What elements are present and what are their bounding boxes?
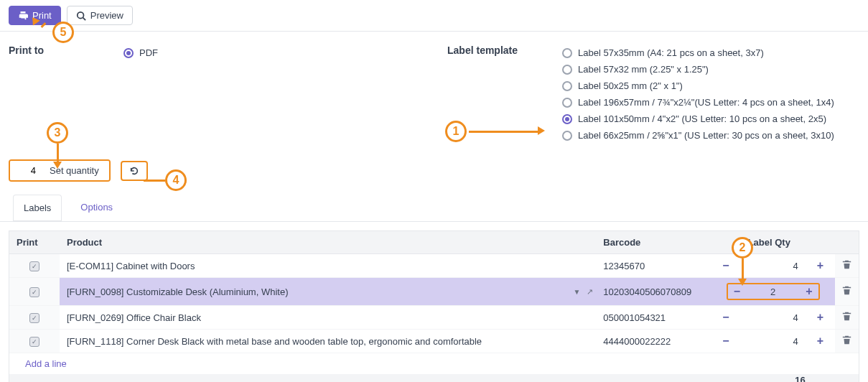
label-template-text: Label 66x25mm / 2⅝"x1" (US Letter: 30 pc… — [578, 130, 834, 141]
trash-icon[interactable] — [842, 261, 851, 271]
label-template-text: Label 57x32 mm (2.25" x 1.25") — [578, 64, 709, 75]
trash-icon[interactable] — [842, 336, 851, 347]
print-to-value: PDF — [139, 47, 158, 58]
product-name: [FURN_0098] Customizable Desk (Aluminium… — [67, 286, 288, 297]
table-row[interactable]: [FURN_0098] Customizable Desk (Aluminium… — [9, 278, 859, 306]
radio-unselected-icon — [562, 81, 572, 91]
footer-total: 16 — [741, 375, 806, 383]
print-to-label: Print to — [9, 45, 123, 56]
set-quantity-button[interactable]: Set quantity — [39, 161, 109, 180]
label-template-label: Label template — [447, 45, 562, 56]
label-template-option[interactable]: Label 50x25 mm (2" x 1") — [562, 78, 834, 94]
radio-unselected-icon — [562, 65, 572, 75]
table-row[interactable]: [FURN_0269] Office Chair Black0500010543… — [9, 306, 859, 330]
plus-button[interactable]: + — [813, 311, 828, 324]
product-name: [FURN_1118] Corner Desk Black with metal… — [67, 336, 482, 347]
preview-button-label: Preview — [90, 10, 123, 21]
tab-labels[interactable]: Labels — [13, 195, 62, 222]
plus-button[interactable]: + — [813, 335, 828, 348]
toolbar: Print Preview — [0, 0, 868, 32]
tabs: Labels Options — [0, 195, 868, 222]
barcode-cell: 4444000022222 — [596, 330, 711, 353]
label-template-text: Label 57x35mm (A4: 21 pcs on a sheet, 3x… — [578, 47, 764, 58]
label-template-option[interactable]: Label 57x32 mm (2.25" x 1.25") — [562, 61, 834, 78]
table-row[interactable]: [E-COM11] Cabinet with Doors12345670−4+ — [9, 254, 859, 278]
radio-selected-icon — [562, 114, 572, 124]
label-qty-value: 4 — [793, 261, 798, 271]
label-template-option[interactable]: Label 57x35mm (A4: 21 pcs on a sheet, 3x… — [562, 45, 834, 61]
undo-icon — [129, 166, 139, 176]
chevron-down-icon[interactable]: ▼ — [573, 288, 580, 296]
label-template-text: Label 50x25 mm (2" x 1") — [578, 80, 683, 91]
undo-button[interactable] — [121, 161, 148, 181]
label-qty-value: 4 — [793, 312, 798, 323]
plus-button[interactable]: + — [813, 259, 828, 272]
col-product: Product — [60, 231, 596, 254]
print-checkbox[interactable] — [29, 337, 39, 347]
trash-icon[interactable] — [842, 312, 851, 323]
trash-icon[interactable] — [842, 286, 851, 297]
add-line-link[interactable]: Add a line — [17, 353, 75, 375]
label-template-option[interactable]: Label 66x25mm / 2⅝"x1" (US Letter: 30 pc… — [562, 127, 834, 144]
radio-unselected-icon — [562, 131, 572, 141]
col-plus — [806, 231, 835, 254]
tab-options[interactable]: Options — [78, 195, 116, 221]
product-name: [FURN_0269] Office Chair Black — [67, 312, 201, 323]
search-icon — [76, 11, 86, 21]
print-to-option-pdf[interactable]: PDF — [123, 45, 158, 61]
barcode-cell: 10203040506070809 — [596, 278, 711, 306]
external-link-icon[interactable]: ↗ — [587, 287, 593, 297]
label-template-option[interactable]: Label 196x57mm / 7¾"x2¼"(US Letter: 4 pc… — [562, 94, 834, 111]
label-template-list: Label 57x35mm (A4: 21 pcs on a sheet, 3x… — [562, 45, 834, 144]
plus-button[interactable]: + — [801, 285, 816, 298]
label-template-option[interactable]: Label 101x50mm / 4"x2" (US Letter: 10 pc… — [562, 111, 834, 127]
table-row[interactable]: [FURN_1118] Corner Desk Black with metal… — [9, 330, 859, 353]
preview-button[interactable]: Preview — [67, 6, 133, 25]
label-qty-value: 4 — [793, 336, 798, 347]
minus-button[interactable]: − — [729, 285, 745, 298]
print-checkbox[interactable] — [29, 287, 39, 297]
form-area: Print to PDF Label template Label 57x35m… — [0, 32, 868, 152]
svg-line-1 — [83, 17, 85, 20]
col-trash — [835, 231, 859, 254]
labels-table: Print Product Barcode Label Qty [E-COM11… — [9, 231, 859, 382]
radio-unselected-icon — [562, 48, 572, 58]
svg-point-0 — [77, 11, 83, 18]
quantity-row: Set quantity — [0, 152, 868, 195]
label-qty-value: 2 — [770, 286, 775, 297]
radio-unselected-icon — [562, 98, 572, 108]
barcode-cell: 050001054321 — [596, 306, 711, 330]
label-template-text: Label 101x50mm / 4"x2" (US Letter: 10 pc… — [578, 113, 826, 124]
minus-button[interactable]: − — [718, 311, 733, 324]
barcode-cell: 12345670 — [596, 254, 711, 278]
radio-selected-icon — [123, 48, 134, 58]
table-wrap: Print Product Barcode Label Qty [E-COM11… — [9, 230, 859, 382]
print-checkbox[interactable] — [29, 261, 39, 271]
minus-button[interactable]: − — [718, 259, 733, 272]
print-icon — [18, 11, 28, 21]
quantity-input[interactable] — [10, 161, 39, 180]
col-label-qty: Label Qty — [741, 231, 806, 254]
col-barcode: Barcode — [596, 231, 711, 254]
col-minus — [711, 231, 740, 254]
col-print: Print — [9, 231, 60, 254]
product-name: [E-COM11] Cabinet with Doors — [67, 261, 195, 271]
print-checkbox[interactable] — [29, 313, 39, 323]
minus-button[interactable]: − — [718, 335, 733, 348]
label-template-text: Label 196x57mm / 7¾"x2¼"(US Letter: 4 pc… — [578, 97, 834, 108]
